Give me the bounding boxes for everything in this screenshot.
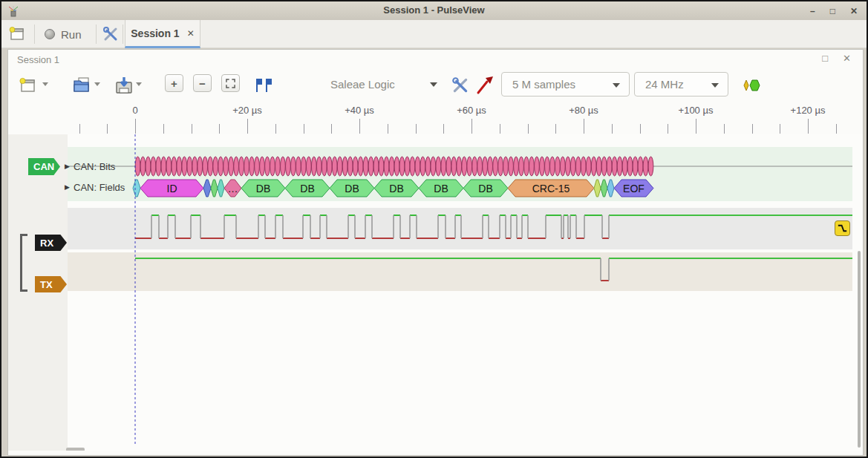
tab-session-1[interactable]: Session 1 ✕: [125, 20, 200, 48]
sample-rate-select[interactable]: 24 MHz: [634, 72, 728, 96]
svg-text:EOF: EOF: [623, 183, 645, 194]
zoom-fit-button[interactable]: [221, 74, 240, 92]
minimize-icon[interactable]: –: [810, 7, 815, 16]
zoom-out-icon: −: [199, 77, 206, 90]
new-view-button[interactable]: [19, 74, 36, 96]
expander-icon[interactable]: ▶: [65, 183, 70, 191]
row-label-can-bits: CAN: Bits: [74, 161, 115, 172]
run-label: Run: [61, 28, 82, 41]
session-title: Session 1: [17, 54, 59, 65]
device-dropdown-icon: [430, 82, 437, 87]
ruler-tick: [780, 124, 780, 134]
window-title: Session 1 - PulseView: [1, 4, 867, 16]
open-button[interactable]: [72, 74, 91, 96]
svg-text:DB: DB: [345, 183, 359, 194]
save-button[interactable]: [114, 74, 134, 96]
ruler-label: +60 µs: [457, 105, 486, 116]
channels-button[interactable]: [476, 74, 495, 96]
ruler-tick: [79, 124, 80, 134]
main-toolbar: Run Session 1 ✕: [1, 20, 867, 48]
expander-icon[interactable]: ▶: [65, 163, 70, 170]
device-name: Saleae Logic: [330, 78, 395, 91]
svg-text:…: …: [228, 183, 238, 194]
ruler-tick: [612, 124, 613, 134]
svg-text:ID: ID: [167, 183, 177, 194]
ruler-tick: [471, 119, 472, 134]
ruler-label: 0: [132, 105, 137, 116]
toolbar-separator: [123, 24, 123, 44]
decoder-icon: [741, 79, 762, 92]
trace-area: ID…DBDBDBDBDBDBCRC-15EOF CAN ▶ ▶ CAN: Bi…: [8, 134, 863, 451]
new-view-dropdown-icon[interactable]: [42, 82, 48, 86]
ruler-tick: [359, 119, 360, 134]
ruler-tick: [304, 124, 304, 134]
ruler-tick: [275, 124, 276, 134]
vertical-scrollbar-thumb[interactable]: [858, 251, 861, 448]
zoom-out-button[interactable]: −: [193, 74, 212, 92]
sample-count-select[interactable]: 5 M samples: [501, 72, 630, 96]
new-session-button[interactable]: [9, 24, 25, 45]
row-label-can-fields: CAN: Fields: [74, 182, 125, 193]
channel-tag-label: TX: [40, 279, 53, 290]
ruler-label: +100 µs: [679, 105, 714, 116]
ruler-tick: [331, 124, 332, 134]
ruler-tick: [555, 124, 556, 134]
device-select[interactable]: Saleae Logic: [320, 72, 446, 96]
titlebar[interactable]: Session 1 - PulseView – □ ✕: [1, 1, 867, 20]
zoom-fit-icon: [226, 79, 235, 88]
ruler-tick: [219, 124, 220, 134]
tab-label: Session 1: [131, 27, 179, 39]
session-toolbar: + − Saleae Logic: [8, 69, 863, 103]
svg-text:DB: DB: [478, 183, 492, 194]
decoder-tag-can[interactable]: CAN: [28, 158, 60, 175]
ruler-tick: [528, 124, 529, 134]
ruler-tick: [163, 124, 164, 134]
svg-text:DB: DB: [300, 183, 314, 194]
ruler-tick: [135, 119, 136, 134]
session-close-icon[interactable]: ✕: [843, 53, 851, 63]
svg-text:DB: DB: [256, 183, 270, 194]
close-icon[interactable]: ✕: [850, 7, 858, 16]
run-led-icon: [45, 29, 55, 39]
maximize-icon[interactable]: □: [830, 7, 835, 16]
ruler-tick: [836, 124, 837, 134]
show-cursors-button[interactable]: [254, 74, 273, 96]
toolbar-separator: [96, 24, 97, 44]
svg-text:DB: DB: [434, 183, 448, 194]
ruler-label: +120 µs: [791, 105, 826, 116]
time-ruler: 0+20 µs+40 µs+60 µs+80 µs+100 µs+120 µs: [8, 103, 863, 134]
wrench-screwdriver-icon: [102, 25, 120, 43]
svg-text:CRC-15: CRC-15: [532, 183, 570, 194]
ruler-tick: [388, 124, 388, 134]
ruler-tick: [247, 119, 248, 134]
channel-group-bracket: [20, 234, 27, 292]
add-decoder-button[interactable]: [741, 74, 762, 96]
ruler-label: +80 µs: [569, 105, 598, 116]
sample-rate-dropdown-icon: [711, 83, 719, 88]
trigger-marker-badge[interactable]: [835, 220, 850, 236]
ruler-tick: [107, 124, 108, 134]
ruler-label: +20 µs: [232, 105, 262, 116]
new-session-icon: [9, 27, 25, 42]
horizontal-scrollbar-thumb[interactable]: [66, 448, 85, 451]
device-config-button[interactable]: [451, 74, 470, 96]
channel-tag-rx[interactable]: RX: [35, 235, 67, 251]
ruler-tick: [724, 124, 725, 134]
channel-tag-tx[interactable]: TX: [35, 276, 67, 292]
settings-button[interactable]: [102, 24, 120, 45]
zoom-in-button[interactable]: +: [165, 74, 183, 92]
ruler-tick: [752, 124, 753, 134]
session-maximize-icon[interactable]: □: [822, 53, 828, 63]
decoder-tag-label: CAN: [33, 161, 54, 172]
save-dropdown-icon[interactable]: [136, 82, 142, 86]
ruler-tick: [500, 124, 500, 134]
run-button[interactable]: Run: [45, 24, 82, 45]
sample-rate-value: 24 MHz: [645, 78, 684, 91]
open-dropdown-icon[interactable]: [94, 82, 100, 86]
channel-tag-label: RX: [40, 238, 53, 249]
ruler-tick: [640, 124, 641, 134]
ruler-tick: [584, 119, 584, 134]
sample-count-value: 5 M samples: [512, 78, 575, 91]
ruler-tick: [416, 124, 417, 134]
tab-close-icon[interactable]: ✕: [187, 28, 195, 39]
